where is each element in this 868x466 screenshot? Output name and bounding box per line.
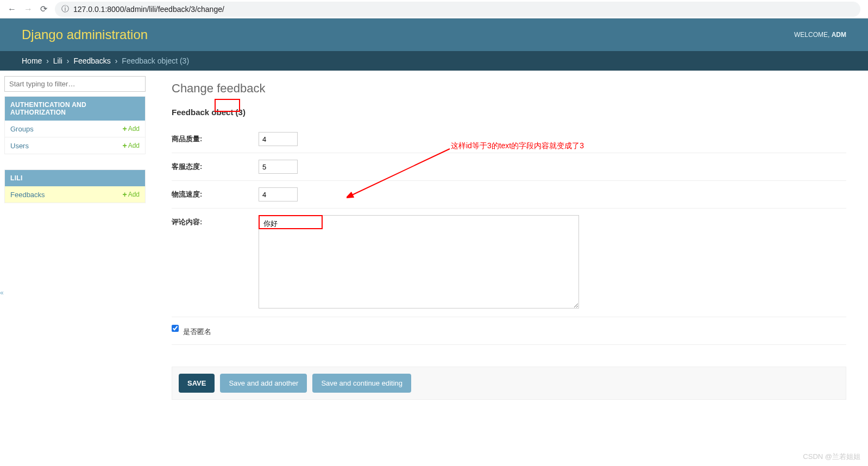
sidebar-item-feedbacks: Feedbacks +Add <box>5 186 145 203</box>
users-link[interactable]: Users <box>10 142 29 150</box>
annotation-box-title <box>215 99 240 112</box>
add-label: Add <box>128 142 140 149</box>
obj-prefix: Feedback ob <box>172 108 222 117</box>
quality-label: 商品质量: <box>172 132 259 144</box>
fieldset: 商品质量: 客服态度: 物流速度: 评论内容: 是否匿名 <box>172 125 846 345</box>
submit-row <box>172 367 846 400</box>
text-textarea[interactable] <box>259 215 579 308</box>
welcome-text: WELCOME, <box>794 31 832 39</box>
page-title: Change feedback <box>172 81 846 96</box>
save-button[interactable] <box>179 374 215 393</box>
admin-header: Django administration WELCOME, ADM <box>0 18 868 51</box>
add-label: Add <box>128 125 140 133</box>
field-row-anonymous: 是否匿名 <box>172 317 846 345</box>
quality-input[interactable] <box>259 132 298 146</box>
attitude-input[interactable] <box>259 160 298 174</box>
back-icon[interactable]: ← <box>8 4 16 14</box>
feedbacks-link[interactable]: Feedbacks <box>10 191 45 199</box>
feedbacks-add-link[interactable]: +Add <box>122 190 140 199</box>
sidebar-module-lili: LILI Feedbacks +Add <box>4 169 146 203</box>
user-tools: WELCOME, ADM <box>794 31 846 39</box>
breadcrumb: Home › Lili › Feedbacks › Feedback objec… <box>0 51 868 71</box>
breadcrumb-model[interactable]: Feedbacks <box>73 56 110 65</box>
groups-link[interactable]: Groups <box>10 125 34 133</box>
users-add-link[interactable]: +Add <box>122 141 140 150</box>
plus-icon: + <box>122 124 127 133</box>
sidebar-collapse-icon[interactable]: « <box>0 289 4 297</box>
sidebar-item-users: Users +Add <box>5 137 145 154</box>
forward-icon[interactable]: → <box>24 4 33 14</box>
sidebar: AUTHENTICATION AND AUTHORIZATION Groups … <box>0 71 150 224</box>
url-text: 127.0.0.1:8000/admin/lili/feedback/3/cha… <box>73 5 224 14</box>
field-row-attitude: 客服态度: <box>172 153 846 181</box>
attitude-label: 客服态度: <box>172 160 259 172</box>
plus-icon: + <box>122 141 127 150</box>
sidebar-item-groups: Groups +Add <box>5 121 145 137</box>
anonymous-label: 是否匿名 <box>183 325 211 337</box>
reload-icon[interactable]: ⟳ <box>40 4 47 14</box>
plus-icon: + <box>122 190 127 199</box>
user-name: ADM <box>832 31 846 39</box>
save-add-button[interactable] <box>220 374 307 393</box>
content-main: Change feedback Feedback obect (3) 商品质量:… <box>150 71 868 421</box>
lili-caption: LILI <box>5 170 145 186</box>
annotation-text: 这样id等于3的text的字段内容就变成了3 <box>451 141 584 151</box>
breadcrumb-current: Feedback object (3) <box>122 56 189 65</box>
anonymous-checkbox[interactable] <box>172 325 179 332</box>
field-row-speed: 物流速度: <box>172 181 846 209</box>
speed-label: 物流速度: <box>172 187 259 199</box>
groups-add-link[interactable]: +Add <box>122 124 140 133</box>
add-label: Add <box>128 191 140 198</box>
auth-caption: AUTHENTICATION AND AUTHORIZATION <box>5 97 145 121</box>
field-row-text: 评论内容: <box>172 209 846 317</box>
filter-input[interactable] <box>4 76 146 92</box>
info-icon: ⓘ <box>61 4 69 14</box>
browser-chrome: ← → ⟳ ⓘ 127.0.0.1:8000/admin/lili/feedba… <box>0 0 868 18</box>
breadcrumb-home[interactable]: Home <box>22 56 42 65</box>
sidebar-module-auth: AUTHENTICATION AND AUTHORIZATION Groups … <box>4 96 146 154</box>
site-branding[interactable]: Django administration <box>22 27 148 42</box>
save-continue-button[interactable] <box>312 374 411 393</box>
breadcrumb-app[interactable]: Lili <box>53 56 62 65</box>
address-bar[interactable]: ⓘ 127.0.0.1:8000/admin/lili/feedback/3/c… <box>55 2 860 17</box>
speed-input[interactable] <box>259 187 298 201</box>
text-label: 评论内容: <box>172 215 259 227</box>
